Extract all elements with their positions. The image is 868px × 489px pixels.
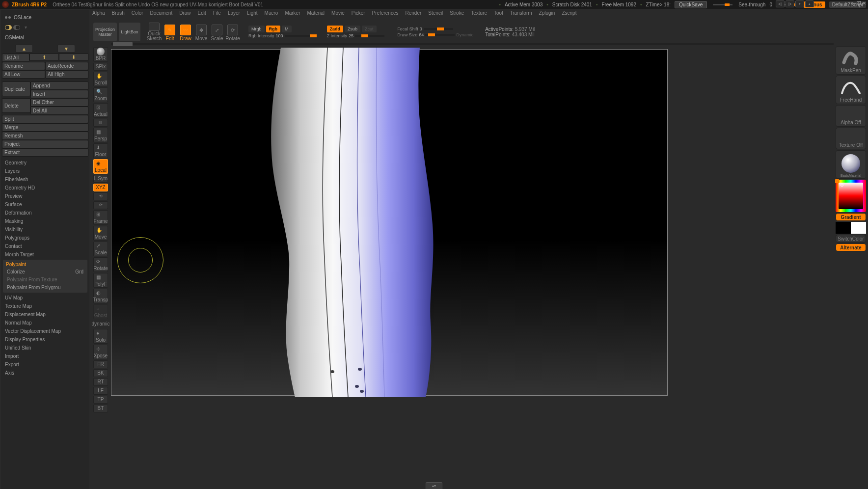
move-button[interactable]: ✥Move <box>194 23 208 41</box>
menu-macro[interactable]: Macro <box>265 10 278 16</box>
zoom-button[interactable]: 🔍Zoom <box>93 87 108 102</box>
menu-preferences[interactable]: Preferences <box>372 10 399 16</box>
persp-button[interactable]: ▦Persp <box>93 128 108 142</box>
merge-button[interactable]: Merge <box>2 123 88 132</box>
extract-button[interactable]: Extract <box>2 148 88 157</box>
zsub-button[interactable]: Zsub <box>345 26 360 32</box>
menu-transform[interactable]: Transform <box>510 10 532 16</box>
palette-surface[interactable]: Surface <box>3 200 87 209</box>
append-button[interactable]: Append <box>30 82 88 90</box>
view-rt-button[interactable]: RT <box>93 378 108 386</box>
palette-export[interactable]: Export <box>3 360 87 369</box>
polypaint-from-texture[interactable]: Polypaint From Texture <box>4 276 86 283</box>
palette-import[interactable]: Import <box>3 352 87 360</box>
scale-nav-button[interactable]: ⤢Scale <box>93 242 108 256</box>
dynamic-label[interactable]: Dynamic <box>456 32 473 37</box>
polyf-button[interactable]: ▦PolyF <box>93 273 108 288</box>
polypaint-header[interactable]: Polypaint <box>4 261 86 268</box>
bpr-button[interactable]: BPR <box>93 47 108 62</box>
del-other-button[interactable]: Del Other <box>30 98 88 107</box>
move-down-button[interactable]: ▼ <box>57 45 75 53</box>
palette-displacement-map[interactable]: Displacement Map <box>3 310 87 319</box>
view-bt-button[interactable]: BT <box>93 405 108 412</box>
menu-stroke[interactable]: Stroke <box>450 10 464 16</box>
toolbar-scrollbar[interactable] <box>111 43 834 47</box>
palette-unified-skin[interactable]: Unified Skin <box>3 344 87 352</box>
palette-polygroups[interactable]: Polygroups <box>3 234 87 242</box>
polypaint-from-polygroup[interactable]: Polypaint From Polygrou <box>4 284 86 291</box>
move-nav-button[interactable]: ✋Move <box>93 226 108 241</box>
menu-movie[interactable]: Movie <box>331 10 345 16</box>
zcut-button[interactable]: Zcut <box>362 26 377 32</box>
local-button[interactable]: ◉Local <box>93 159 108 174</box>
duplicate-button[interactable]: Duplicate <box>2 82 30 96</box>
palette-masking[interactable]: Masking <box>3 217 87 225</box>
frame-button[interactable]: ⊞Frame <box>93 210 108 225</box>
menu-picker[interactable]: Picker <box>352 10 365 16</box>
menu-light[interactable]: Light <box>247 10 258 16</box>
palette-layers[interactable]: Layers <box>3 167 87 175</box>
aahalf-button[interactable]: ▤ <box>93 119 108 127</box>
zadd-button[interactable]: Zadd <box>327 26 344 32</box>
alternate-button[interactable]: Alternate <box>836 244 866 251</box>
quicksketch-button[interactable]: Quick Sketch <box>147 23 161 41</box>
menu-texture[interactable]: Texture <box>471 10 487 16</box>
rgb-intensity-slider[interactable] <box>285 35 314 37</box>
stroke-picker[interactable]: FreeHand <box>836 76 866 104</box>
actual-button[interactable]: ⊡Actual <box>93 103 108 118</box>
menu-color[interactable]: Color <box>132 10 143 16</box>
split-button[interactable]: Split <box>2 115 88 123</box>
color-picker[interactable] <box>836 180 866 212</box>
spix-button[interactable]: SPix <box>93 63 108 71</box>
palette-texture-map[interactable]: Texture Map <box>3 302 87 310</box>
bottom-tray-handle[interactable]: ▴▾ <box>426 482 442 489</box>
delete-button[interactable]: Delete <box>2 98 30 113</box>
palette-vector-displacement-map[interactable]: Vector Displacement Map <box>3 327 87 335</box>
alpha-picker[interactable]: Alpha Off <box>836 105 866 127</box>
menu-material[interactable]: Material <box>307 10 325 16</box>
all-low-button[interactable]: All Low <box>2 70 45 79</box>
projection-master-button[interactable]: Projection Master <box>93 23 117 41</box>
texture-picker[interactable]: Texture Off <box>836 128 866 149</box>
menu-tool[interactable]: Tool <box>494 10 503 16</box>
menu-brush[interactable]: Brush <box>112 10 125 16</box>
maximize-button[interactable]: ❐ <box>857 0 861 6</box>
project-button[interactable]: Project <box>2 140 88 148</box>
palette-preview[interactable]: Preview <box>3 192 87 200</box>
aux-btn-1[interactable]: ◂|| <box>776 0 785 7</box>
move-up-button[interactable]: ▲ <box>15 45 33 53</box>
material-picker[interactable]: BasicMaterial <box>836 150 866 179</box>
menu-document[interactable]: Document <box>150 10 173 16</box>
del-all-button[interactable]: Del All <box>30 107 88 115</box>
palette-display-properties[interactable]: Display Properties <box>3 335 87 344</box>
palette-fibermesh[interactable]: FiberMesh <box>3 175 87 184</box>
palette-deformation[interactable]: Deformation <box>3 209 87 217</box>
aux-btn-3[interactable]: ▾ <box>795 0 804 7</box>
rgb-button[interactable]: Rgb <box>266 26 281 32</box>
menu-edit[interactable]: Edit <box>198 10 206 16</box>
minimize-button[interactable]: — <box>851 0 856 6</box>
aux-btn-2[interactable]: ||▸ <box>786 0 794 7</box>
subtool-osmetal[interactable]: OSMetal <box>2 31 88 43</box>
remesh-button[interactable]: Remesh <box>2 132 88 140</box>
color-swatches[interactable] <box>836 222 866 234</box>
palette-geometry[interactable]: Geometry <box>3 159 87 167</box>
autoreorder-button[interactable]: AutoReorde <box>45 62 88 70</box>
view-tp-button[interactable]: TP <box>93 396 108 404</box>
viewport-canvas[interactable] <box>111 49 668 396</box>
palette-uv-map[interactable]: UV Map <box>3 294 87 302</box>
xpose-button[interactable]: ⊹Xpose <box>93 345 108 359</box>
ghost-button[interactable]: ○Ghost <box>93 304 108 319</box>
quicksave-slider[interactable] <box>713 4 732 5</box>
palette-contact[interactable]: Contact <box>3 242 87 250</box>
mirror-x-button[interactable]: ⟲ <box>93 192 108 200</box>
menu-zplugin[interactable]: Zplugin <box>539 10 555 16</box>
xyz-button[interactable]: XYZ <box>93 184 108 191</box>
palette-geometry-hd[interactable]: Geometry HD <box>3 184 87 192</box>
z-intensity-slider[interactable] <box>355 35 384 37</box>
switchcolor-button[interactable]: SwitchColor <box>836 235 866 243</box>
close-button[interactable]: ✕ <box>862 0 866 6</box>
view-bk-button[interactable]: BK <box>93 369 108 377</box>
menu-draw[interactable]: Draw <box>179 10 190 16</box>
menu-file[interactable]: File <box>213 10 221 16</box>
